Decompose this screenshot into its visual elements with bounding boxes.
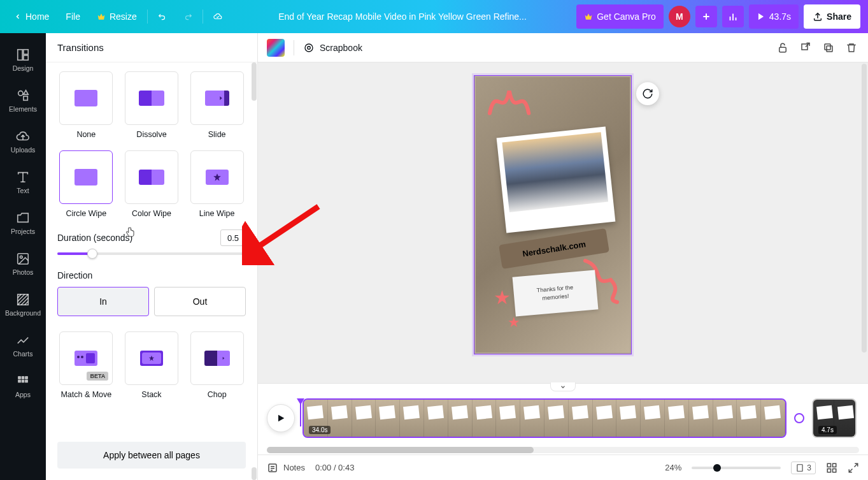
- canvas-toolbar: Scrapbook: [258, 33, 868, 62]
- document-title[interactable]: End of Year Recap Mobile Video in Pink Y…: [232, 11, 573, 22]
- export-icon: [800, 42, 811, 54]
- timeline-clip-1[interactable]: 34.0s: [302, 398, 786, 438]
- sidebar-item-uploads[interactable]: Uploads: [0, 121, 46, 162]
- zoom-slider[interactable]: [692, 467, 781, 469]
- sidebar-item-projects[interactable]: Projects: [0, 203, 46, 244]
- svg-line-51: [855, 463, 858, 467]
- svg-rect-8: [24, 50, 28, 54]
- trash-icon: [846, 42, 857, 54]
- user-avatar[interactable]: M: [669, 6, 690, 27]
- add-member-button[interactable]: [695, 6, 717, 27]
- direction-label: Direction: [57, 270, 92, 280]
- slider-handle[interactable]: [87, 249, 97, 259]
- svg-rect-11: [24, 96, 27, 100]
- star-decoration-2: ★: [508, 314, 520, 331]
- svg-rect-39: [827, 46, 832, 52]
- transition-dissolve[interactable]: Dissolve: [123, 71, 181, 139]
- svg-rect-27: [18, 380, 21, 382]
- svg-line-23: [25, 302, 29, 305]
- polaroid-photo[interactable]: [497, 126, 616, 233]
- home-button[interactable]: Home: [8, 5, 55, 28]
- fullscreen-icon[interactable]: [848, 462, 859, 474]
- redo-button[interactable]: [177, 5, 199, 28]
- note-text[interactable]: Thanks for thememories!: [513, 270, 599, 316]
- sidebar-item-photos[interactable]: Photos: [0, 244, 46, 284]
- transition-slide[interactable]: Slide: [188, 71, 246, 139]
- regenerate-button[interactable]: [636, 82, 659, 105]
- transition-match-move[interactable]: BETA Match & Move: [57, 331, 115, 399]
- svg-point-17: [20, 256, 22, 258]
- transition-stack[interactable]: Stack: [123, 331, 181, 399]
- clip-duration-label-2: 4.7s: [818, 426, 837, 434]
- canvas-vertical-scrollbar[interactable]: [860, 62, 868, 383]
- resize-button[interactable]: Resize: [90, 5, 143, 28]
- effect-button[interactable]: Scrapbook: [303, 42, 362, 54]
- transition-marker[interactable]: [794, 413, 804, 423]
- duration-slider[interactable]: [57, 252, 246, 255]
- star-decoration: ★: [494, 286, 511, 309]
- svg-point-10: [18, 91, 23, 96]
- svg-line-22: [21, 298, 28, 305]
- transition-none[interactable]: None: [57, 71, 115, 139]
- play-preview-button[interactable]: 43.7s: [749, 4, 799, 29]
- sidebar-item-charts[interactable]: Charts: [0, 325, 46, 366]
- timeline-play-button[interactable]: [267, 404, 295, 432]
- panel-scrollbar[interactable]: [250, 62, 257, 480]
- file-menu[interactable]: File: [59, 5, 87, 28]
- notes-button[interactable]: Notes: [267, 462, 305, 474]
- sidebar-item-background[interactable]: Background: [0, 284, 46, 325]
- svg-rect-28: [22, 380, 24, 382]
- delete-button[interactable]: [844, 40, 859, 55]
- canvas-viewport[interactable]: Nerdschalk.com Thanks for thememories! ★…: [258, 62, 868, 383]
- analytics-button[interactable]: [722, 6, 744, 27]
- transition-line-wipe[interactable]: Line Wipe: [188, 150, 246, 218]
- cloud-sync-button[interactable]: [207, 5, 229, 28]
- direction-in-button[interactable]: In: [57, 287, 149, 316]
- playhead[interactable]: [300, 402, 301, 426]
- svg-rect-47: [827, 463, 830, 467]
- timeline-horizontal-scrollbar[interactable]: [267, 447, 859, 453]
- direction-out-button[interactable]: Out: [154, 287, 246, 316]
- apply-all-pages-button[interactable]: Apply between all pages: [57, 442, 246, 469]
- export-button[interactable]: [798, 40, 813, 55]
- svg-marker-31: [213, 173, 221, 181]
- svg-rect-48: [833, 463, 836, 467]
- play-icon: [276, 413, 286, 423]
- play-icon: [757, 12, 765, 21]
- grid-view-icon[interactable]: [826, 462, 837, 474]
- svg-rect-26: [25, 377, 28, 379]
- duration-input[interactable]: 0.5: [220, 229, 246, 246]
- sparkle-icon: [303, 42, 315, 54]
- lock-button[interactable]: [775, 40, 790, 55]
- panel-title: Transitions: [46, 33, 257, 62]
- duplicate-button[interactable]: [821, 40, 836, 55]
- design-page[interactable]: Nerdschalk.com Thanks for thememories! ★…: [474, 75, 632, 354]
- svg-marker-5: [758, 13, 764, 20]
- transition-circle-wipe[interactable]: Circle Wipe: [57, 150, 115, 218]
- svg-rect-50: [833, 469, 836, 472]
- pages-icon: [795, 463, 804, 472]
- svg-rect-7: [18, 50, 22, 61]
- timeline-collapse-button[interactable]: [550, 382, 576, 391]
- svg-rect-49: [827, 469, 830, 472]
- copy-icon: [823, 42, 834, 54]
- undo-button[interactable]: [152, 5, 173, 28]
- svg-rect-37: [802, 44, 808, 50]
- transition-chop[interactable]: Chop: [188, 331, 246, 399]
- sidebar-item-apps[interactable]: Apps: [0, 366, 46, 407]
- playback-time: 0:00 / 0:43: [315, 463, 354, 472]
- svg-line-19: [18, 295, 22, 298]
- transition-color-wipe[interactable]: Color Wipe: [123, 150, 181, 218]
- lock-icon: [777, 42, 788, 54]
- sidebar-item-text[interactable]: Text: [0, 162, 46, 203]
- crown-icon: [97, 12, 106, 21]
- timeline-clip-2[interactable]: 4.7s: [812, 398, 857, 438]
- canvas-area: Scrapbook Nerdschalk.com Thanks for them…: [258, 33, 868, 480]
- share-button[interactable]: Share: [804, 4, 860, 29]
- sidebar-item-elements[interactable]: Elements: [0, 80, 46, 121]
- page-count-button[interactable]: 3: [791, 462, 816, 474]
- get-pro-button[interactable]: Get Canva Pro: [576, 4, 664, 29]
- color-picker-button[interactable]: [267, 39, 285, 57]
- chevron-down-icon: [559, 384, 567, 390]
- sidebar-item-design[interactable]: Design: [0, 40, 46, 80]
